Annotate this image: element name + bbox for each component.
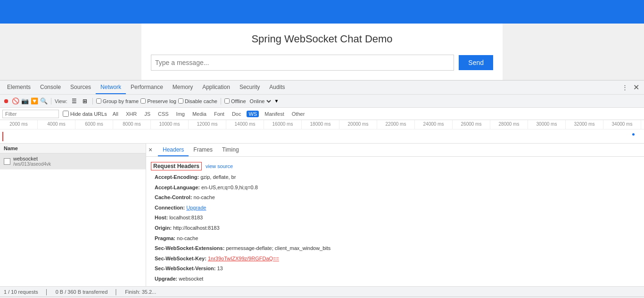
header-key: Upgrade: <box>155 276 177 282</box>
timeline-row: 2000 ms4000 ms6000 ms8000 ms10000 ms1200… <box>0 120 644 144</box>
tab-elements[interactable]: Elements <box>2 81 35 94</box>
header-val: gzip, deflate, br <box>200 174 236 180</box>
filter-icon[interactable]: 🔽 <box>31 97 38 105</box>
status-bar: 1 / 10 requests │ 0 B / 360 B transferre… <box>0 286 644 297</box>
search-icon[interactable]: 🔍 <box>40 97 48 105</box>
filter-xhr[interactable]: XHR <box>124 111 139 117</box>
filter-css[interactable]: CSS <box>156 111 171 117</box>
camera-icon[interactable]: 📷 <box>21 97 29 105</box>
filter-font[interactable]: Font <box>212 111 226 117</box>
preserve-log-label[interactable]: Preserve log <box>140 98 176 104</box>
header-row-origin: Origin: http://localhost:8183 <box>151 223 639 234</box>
req-tab-headers[interactable]: Headers <box>158 144 189 156</box>
timeline-label: 12000 ms <box>189 120 226 129</box>
preserve-log-checkbox[interactable] <box>140 98 146 104</box>
header-val-link[interactable]: Upgrade <box>186 205 206 210</box>
status-separator-1: │ <box>45 289 49 295</box>
throttle-dropdown-icon[interactable]: ▼ <box>274 98 279 104</box>
stop-icon[interactable]: 🚫 <box>12 97 19 105</box>
header-row-host: Host: localhost:8183 <box>151 213 639 223</box>
tab-application[interactable]: Application <box>198 81 235 94</box>
network-item-sub: /ws/013/aseod4vk <box>13 161 51 167</box>
filter-js[interactable]: JS <box>142 111 152 117</box>
filter-input[interactable] <box>2 110 59 118</box>
request-details-tabs: × Headers Frames Timing <box>146 144 644 157</box>
filter-all[interactable]: All <box>111 111 120 117</box>
record-icon[interactable]: ⏺ <box>2 97 10 105</box>
header-key: Sec-WebSocket-Version: <box>155 266 215 271</box>
header-val: permessage-deflate; client_max_window_bi… <box>226 245 330 251</box>
timeline-label: 36000 m <box>641 120 644 129</box>
header-key: Connection: <box>155 205 185 210</box>
toolbar-separator-2 <box>92 98 93 105</box>
status-requests: 1 / 10 requests <box>4 289 38 295</box>
filter-ws[interactable]: WS <box>247 111 259 117</box>
timeline-label: 6000 ms <box>75 120 113 129</box>
hide-data-urls-checkbox[interactable] <box>63 111 69 117</box>
timeline-label: 22000 ms <box>377 120 415 129</box>
devtools-right-controls: ⋮ ✕ <box>621 82 642 93</box>
header-val: http://localhost:8183 <box>173 225 219 231</box>
timeline-body <box>0 129 644 144</box>
tab-memory[interactable]: Memory <box>168 81 198 94</box>
header-row-accept-encoding: Accept-Encoding: gzip, deflate, br <box>151 172 639 183</box>
timeline-label: 20000 ms <box>339 120 377 129</box>
message-input[interactable] <box>151 55 454 71</box>
tab-audits[interactable]: Audits <box>264 81 289 94</box>
header-val: websocket <box>179 276 203 282</box>
filter-doc[interactable]: Doc <box>230 111 243 117</box>
section-title: Request Headers <box>151 162 202 170</box>
tab-network[interactable]: Network <box>96 81 126 94</box>
page-content: Spring WebSocket Chat Demo Send <box>141 24 503 80</box>
timeline-label: 18000 ms <box>302 120 339 129</box>
network-item-icon <box>4 158 10 165</box>
network-item-websocket[interactable]: websocket /ws/013/aseod4vk <box>0 153 146 169</box>
devtools-close-button[interactable]: ✕ <box>631 82 642 93</box>
filter-media[interactable]: Media <box>190 111 208 117</box>
list-view-icon[interactable]: ☰ <box>70 97 79 105</box>
header-key: Accept-Language: <box>155 185 200 190</box>
network-item-info: websocket /ws/013/aseod4vk <box>13 156 51 167</box>
send-button[interactable]: Send <box>459 55 493 70</box>
disable-cache-label[interactable]: Disable cache <box>178 98 217 104</box>
offline-checkbox[interactable] <box>224 98 230 104</box>
header-val: localhost:8183 <box>169 215 203 220</box>
header-row-sec-ws-key: Sec-WebSocket-Key: 1nr39oTwIZX99z/9RGFDa… <box>151 254 639 264</box>
page-title: Spring WebSocket Chat Demo <box>251 33 392 45</box>
header-key: Sec-WebSocket-Extensions: <box>155 245 224 251</box>
devtools-tab-bar: Elements Console Sources Network Perform… <box>0 81 644 95</box>
network-list-header: Name <box>0 144 146 153</box>
tab-sources[interactable]: Sources <box>66 81 96 94</box>
timeline-label: 28000 ms <box>490 120 528 129</box>
req-tab-timing[interactable]: Timing <box>217 144 244 156</box>
filter-manifest[interactable]: Manifest <box>263 111 286 117</box>
timeline-label: 32000 ms <box>566 120 603 129</box>
filter-img[interactable]: Img <box>174 111 187 117</box>
group-by-frame-label[interactable]: Group by frame <box>96 98 139 104</box>
filter-other[interactable]: Other <box>290 111 307 117</box>
more-options-icon[interactable]: ⋮ <box>621 84 628 91</box>
offline-label[interactable]: Offline <box>224 98 246 104</box>
group-by-frame-checkbox[interactable] <box>96 98 101 104</box>
header-val-underline: 1nr39oTwIZX99z/9RGFDaQ== <box>208 256 279 261</box>
disable-cache-checkbox[interactable] <box>178 98 183 104</box>
tab-console[interactable]: Console <box>35 81 66 94</box>
timeline-label: 26000 ms <box>453 120 490 129</box>
req-tab-frames[interactable]: Frames <box>189 144 217 156</box>
hide-data-urls-label[interactable]: Hide data URLs <box>63 111 107 117</box>
header-key: Pragma: <box>155 235 175 241</box>
header-key: Accept-Encoding: <box>155 174 199 180</box>
status-finish: Finish: 35.2... <box>125 289 156 295</box>
timeline-marker <box>2 132 3 141</box>
timeline-label: 2000 ms <box>0 120 38 129</box>
status-separator-2: │ <box>115 289 118 295</box>
tab-performance[interactable]: Performance <box>126 81 168 94</box>
tab-security[interactable]: Security <box>235 81 264 94</box>
req-close-button[interactable]: × <box>149 146 152 153</box>
request-details: × Headers Frames Timing Request Headers … <box>146 144 644 286</box>
view-source-link[interactable]: view source <box>206 163 233 169</box>
grid-view-icon[interactable]: ⊞ <box>81 97 89 105</box>
throttle-select[interactable]: Online <box>248 98 272 105</box>
message-input-row: Send <box>151 55 493 71</box>
header-val: en-US,en;q=0.9,hi;q=0.8 <box>201 185 258 190</box>
